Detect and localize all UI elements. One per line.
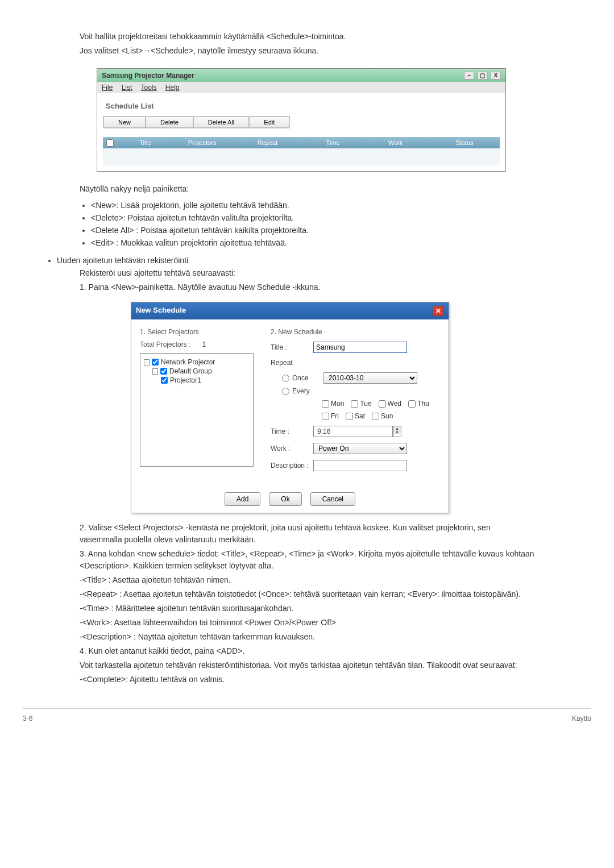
tree-root[interactable]: Network Projector	[161, 358, 215, 366]
select-projectors-label: 1. Select Projectors	[140, 328, 254, 336]
toolbar: New Delete Delete All Edit	[103, 116, 290, 128]
desc-desc: -<Description> : Näyttää ajoitetun tehtä…	[80, 631, 534, 643]
table-header: Title Projectors Repeat Time Work Status	[103, 137, 500, 148]
col-time[interactable]: Time	[305, 139, 362, 146]
schedule-list-heading: Schedule List	[106, 102, 500, 110]
post-history: Voit tarkastella ajoitetun tehtävän reki…	[80, 659, 534, 671]
work-label: Work :	[271, 445, 313, 452]
once-label: Once	[292, 374, 323, 382]
sun-checkbox[interactable]	[372, 413, 379, 420]
tue-checkbox[interactable]	[351, 400, 358, 408]
window-titlebar: Samsung Projector Manager – ▢ X	[97, 69, 505, 82]
edit-button[interactable]: Edit	[249, 117, 289, 128]
every-label: Every	[292, 387, 310, 395]
thu-label: Thu	[417, 400, 429, 408]
spinner-down-icon[interactable]: ▼	[393, 430, 401, 434]
desc-time: -<Time> : Määrittelee ajoitetun tehtävän…	[80, 603, 534, 614]
tree-leaf[interactable]: Projector1	[170, 376, 201, 384]
projector-tree[interactable]: - Network Projector - Default Group Proj…	[140, 353, 254, 467]
once-radio[interactable]	[282, 375, 289, 382]
fri-checkbox[interactable]	[322, 413, 329, 420]
bullet-delete-all: <Delete All> : Poistaa ajoitetun tehtävä…	[91, 226, 534, 235]
footer-left: 3-6	[23, 715, 32, 722]
time-label: Time :	[271, 427, 313, 435]
tree-collapse-icon[interactable]: -	[152, 368, 158, 375]
close-icon[interactable]: ✕	[433, 306, 444, 316]
time-input[interactable]: 9:16	[313, 426, 393, 437]
every-radio[interactable]	[282, 388, 289, 395]
mon-checkbox[interactable]	[322, 400, 329, 408]
dialog-titlebar: New Schedule ✕	[131, 302, 449, 319]
description-input[interactable]	[313, 460, 407, 471]
tree-group[interactable]: Default Group	[169, 367, 212, 375]
tree-leaf-checkbox[interactable]	[161, 377, 168, 384]
buttons-intro: Näytöllä näkyy neljä painiketta:	[80, 183, 534, 195]
mon-label: Mon	[331, 400, 344, 408]
repeat-label: Repeat	[271, 359, 313, 367]
close-icon[interactable]: X	[491, 72, 501, 80]
desc-repeat: -<Repeat> : Asettaa ajoitetun tehtävän t…	[80, 588, 534, 600]
bullet-new: <New>: Lisää projektorin, jolle ajoitett…	[91, 201, 534, 210]
new-schedule-label: 2. New Schedule	[271, 328, 440, 336]
register-step1: 1. Paina <New>-painiketta. Näytölle avau…	[80, 281, 534, 293]
window-controls: – ▢ X	[463, 71, 501, 80]
new-schedule-dialog: New Schedule ✕ 1. Select Projectors Tota…	[131, 302, 449, 513]
desc-work: -<Work>: Asettaa lähteenvaihdon tai toim…	[80, 617, 534, 629]
once-date-select[interactable]: 2010-03-10	[323, 372, 417, 384]
wed-label: Wed	[388, 400, 401, 408]
sat-checkbox[interactable]	[346, 413, 353, 420]
register-sub: Rekisteröi uusi ajoitettu tehtävä seuraa…	[80, 267, 534, 279]
menu-file[interactable]: File	[102, 84, 113, 92]
new-button[interactable]: New	[103, 117, 146, 128]
bullet-edit: <Edit> : Muokkaa valitun projektorin ajo…	[91, 238, 534, 247]
work-select[interactable]: Power On	[313, 443, 407, 454]
description-label: Description :	[271, 462, 313, 470]
post-step3: 3. Anna kohdan <new schedule> tiedot: <T…	[80, 548, 534, 572]
spinner-up-icon[interactable]: ▲	[393, 426, 401, 430]
col-status[interactable]: Status	[430, 139, 500, 146]
cancel-button[interactable]: Cancel	[310, 492, 355, 506]
dialog-title: New Schedule	[136, 306, 186, 316]
menu-help[interactable]: Help	[165, 84, 180, 92]
thu-checkbox[interactable]	[408, 400, 416, 408]
col-work[interactable]: Work	[362, 139, 430, 146]
sat-label: Sat	[355, 412, 365, 420]
schedule-list-window: Samsung Projector Manager – ▢ X File Lis…	[97, 68, 506, 172]
delete-all-button[interactable]: Delete All	[193, 117, 249, 128]
register-heading: Uuden ajoitetun tehtävän rekisteröinti	[57, 256, 591, 265]
menubar: File List Tools Help	[97, 82, 505, 93]
menu-list[interactable]: List	[122, 84, 132, 92]
title-label: Title :	[271, 343, 313, 351]
total-projectors-label: Total Projectors :	[140, 340, 190, 348]
add-button[interactable]: Add	[225, 492, 260, 506]
col-title[interactable]: Title	[117, 139, 174, 146]
delete-button[interactable]: Delete	[146, 117, 193, 128]
post-step4: 4. Kun olet antanut kaikki tiedot, paina…	[80, 645, 534, 657]
title-input[interactable]	[313, 342, 407, 353]
post-complete: -<Complete>: Ajoitettu tehtävä on valmis…	[80, 674, 534, 686]
intro-line2: Jos valitset <List>→<Schedule>, näytölle…	[80, 45, 534, 57]
ok-button[interactable]: Ok	[269, 492, 301, 506]
maximize-icon[interactable]: ▢	[478, 72, 488, 80]
tree-group-checkbox[interactable]	[160, 368, 167, 375]
bullet-delete: <Delete>: Poistaa ajoitetun tehtävän val…	[91, 213, 534, 222]
table-body	[103, 148, 500, 165]
post-step2: 2. Valitse <Select Projectors> -kentästä…	[80, 522, 534, 546]
window-title: Samsung Projector Manager	[102, 72, 194, 80]
desc-title: -<Title> : Asettaa ajoitetun tehtävän ni…	[80, 574, 534, 586]
col-projectors[interactable]: Projectors	[174, 139, 231, 146]
footer-right: Käyttö	[572, 715, 591, 722]
total-projectors-count: 1	[202, 340, 206, 348]
tue-label: Tue	[360, 400, 371, 408]
tree-root-checkbox[interactable]	[152, 359, 159, 366]
sun-label: Sun	[381, 412, 393, 420]
wed-checkbox[interactable]	[379, 400, 386, 408]
minimize-icon[interactable]: –	[464, 72, 474, 80]
col-repeat[interactable]: Repeat	[231, 139, 305, 146]
menu-tools[interactable]: Tools	[141, 84, 157, 92]
tree-collapse-icon[interactable]: -	[144, 359, 150, 366]
fri-label: Fri	[331, 412, 339, 420]
select-all-checkbox[interactable]	[106, 139, 114, 147]
intro-line1: Voit hallita projektoreitasi tehokkaammi…	[80, 31, 534, 43]
